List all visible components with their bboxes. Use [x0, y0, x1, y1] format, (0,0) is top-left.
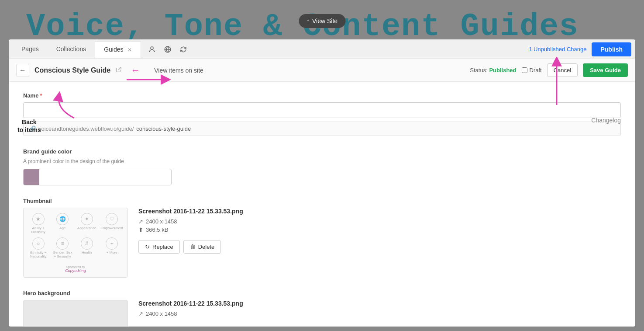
view-site-icon: ↑	[307, 17, 310, 24]
content-area: Changelog Name* Conscious Style Guide 🔗 …	[9, 82, 635, 326]
hero-bg-label: Hero background	[23, 290, 621, 296]
draft-checkbox[interactable]	[522, 67, 527, 73]
external-link-icon[interactable]	[116, 66, 122, 74]
collection-title: Conscious Style Guide	[34, 66, 110, 74]
back-to-items-annotation: Backto items	[17, 118, 41, 134]
thumbnail-area: ★ Ability + Disability 🌐 Age ✦ Appearanc…	[23, 208, 621, 278]
status-value: Published	[489, 67, 516, 73]
trash-icon: 🗑	[190, 244, 196, 250]
tab-collections[interactable]: Collections	[48, 41, 95, 58]
draft-toggle[interactable]: Draft	[522, 67, 542, 73]
pink-arrow-viewitems: ←	[131, 65, 140, 76]
replace-icon: ↻	[145, 244, 150, 250]
thumb-sponsor: Sponsored by Copyediting	[65, 265, 86, 273]
brand-color-field-group: Brand guide color A prominent color in t…	[23, 148, 621, 185]
thumb-sparkle-icon: ✦	[81, 213, 93, 225]
name-field-group: Name* Conscious Style Guide 🔗 voiceandto…	[23, 92, 621, 136]
hero-file-info: Screenshot 2016-11-22 15.33.53.png ↗ 240…	[138, 300, 621, 319]
thumbnail-label: Thumbnail	[23, 198, 621, 204]
brand-color-sublabel: A prominent color in the design of the g…	[23, 158, 621, 164]
thumbnail-field-group: Thumbnail ★ Ability + Disability 🌐	[23, 198, 621, 278]
thumb-hash-icon: #	[81, 237, 93, 250]
brand-color-label: Brand guide color	[23, 148, 621, 155]
replace-button[interactable]: ↻ Replace	[138, 240, 180, 254]
status-label: Status: Published	[470, 67, 516, 73]
view-site-label: View Site	[312, 17, 337, 24]
hero-resize-icon: ↗	[138, 310, 143, 317]
required-indicator: *	[40, 92, 42, 99]
globe-icon-btn[interactable]	[160, 42, 175, 57]
svg-point-0	[151, 47, 153, 49]
url-slug: conscious-style-guide	[136, 125, 191, 132]
thumb-lines-icon: ≡	[56, 237, 69, 250]
thumb-circle-icon: ○	[32, 237, 45, 250]
color-picker-wrap[interactable]: #a4869d	[23, 169, 172, 185]
hero-bg-area: Screenshot 2016-11-22 15.33.53.png ↗ 240…	[23, 300, 621, 326]
file-dimensions: ↗ 2400 x 1458	[138, 218, 621, 225]
tab-close-icon[interactable]: ✕	[127, 47, 132, 53]
url-field: 🔗 voiceandtoneguides.webflow.io/guide/co…	[23, 122, 621, 136]
tab-guides[interactable]: Guides ✕	[95, 41, 141, 58]
tab-bar: Pages Collections Guides ✕ 1 Unpublished…	[9, 40, 635, 59]
upload-icon: ⬆	[138, 226, 143, 233]
hero-preview	[23, 300, 128, 326]
hero-dimensions: ↗ 2400 x 1458	[138, 310, 621, 317]
thumb-plus-icon: +	[106, 237, 118, 250]
file-info: Screenshot 2016-11-22 15.33.53.png ↗ 240…	[138, 208, 621, 254]
toolbar-right: Status: Published Draft Cancel Save Guid…	[470, 63, 628, 77]
color-input[interactable]: #a4869d	[39, 169, 171, 185]
back-button[interactable]: ←	[16, 64, 29, 77]
tab-right: 1 Unpublished Change Publish	[529, 42, 631, 56]
thumb-globe-icon: 🌐	[56, 213, 69, 225]
file-actions: ↻ Replace 🗑 Delete	[138, 240, 621, 254]
view-items-link[interactable]: View items on site	[154, 67, 203, 74]
changelog-label[interactable]: Changelog	[591, 117, 621, 124]
tab-pages[interactable]: Pages	[13, 41, 48, 58]
svg-line-2	[118, 67, 121, 70]
tab-icons	[145, 42, 191, 57]
thumbnail-preview: ★ Ability + Disability 🌐 Age ✦ Appearanc…	[23, 208, 128, 278]
cancel-button[interactable]: Cancel	[547, 63, 578, 77]
resize-icon: ↗	[138, 218, 143, 225]
file-size: ⬆ 366.5 kB	[138, 226, 621, 233]
save-guide-button[interactable]: Save Guide	[583, 63, 628, 77]
name-field-label: Name*	[23, 92, 621, 99]
name-input[interactable]: Conscious Style Guide	[23, 102, 621, 118]
view-site-tooltip[interactable]: ↑ View Site	[299, 14, 345, 28]
editor-window: Pages Collections Guides ✕ 1 Unpublished…	[9, 39, 635, 327]
toolbar: ← Conscious Style Guide ← View items on …	[9, 59, 635, 82]
hero-bg-field-group: Hero background Screenshot 2016-11-22 15…	[23, 290, 621, 326]
color-swatch[interactable]	[24, 169, 39, 185]
unpublished-change-link[interactable]: 1 Unpublished Change	[529, 46, 586, 52]
refresh-icon-btn[interactable]	[176, 42, 191, 57]
hero-filename: Screenshot 2016-11-22 15.33.53.png	[138, 300, 621, 307]
thumb-heart-icon: ♡	[106, 213, 118, 225]
filename: Screenshot 2016-11-22 15.33.53.png	[138, 208, 621, 215]
thumb-star-icon: ★	[32, 213, 45, 225]
publish-button[interactable]: Publish	[592, 42, 631, 56]
delete-button[interactable]: 🗑 Delete	[183, 240, 221, 254]
person-icon-btn[interactable]	[145, 42, 159, 57]
url-base: voiceandtoneguides.webflow.io/guide/	[38, 125, 134, 132]
draft-label: Draft	[530, 67, 542, 73]
